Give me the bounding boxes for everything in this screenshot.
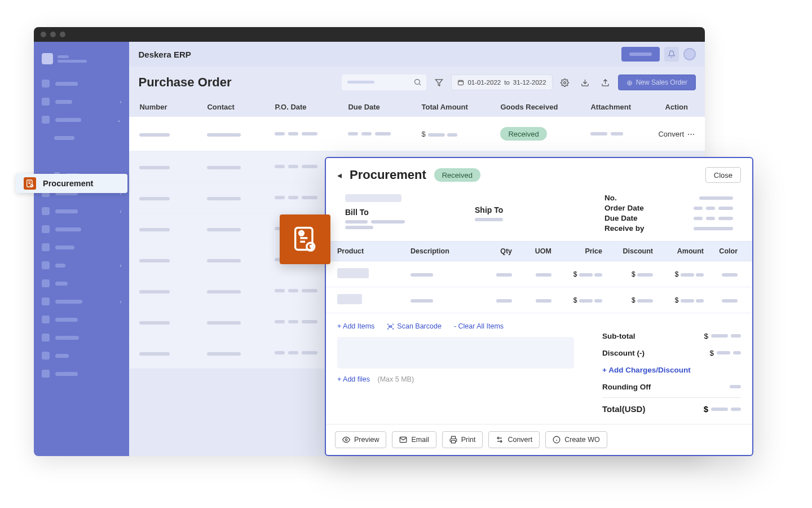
- eye-icon: [342, 436, 350, 444]
- avatar[interactable]: [683, 48, 696, 60]
- search-icon: [413, 78, 422, 86]
- col-number: Number: [139, 103, 207, 111]
- email-button[interactable]: Email: [392, 431, 436, 448]
- chevron-right-icon: ›: [120, 99, 121, 105]
- table-row[interactable]: $ Received Convert⋯: [129, 117, 705, 151]
- titlebar: [34, 27, 705, 42]
- sidebar-item[interactable]: ›: [34, 292, 129, 310]
- svg-point-8: [345, 439, 347, 441]
- app-title: Deskera ERP: [138, 50, 191, 59]
- add-files-link[interactable]: + Add files: [337, 375, 370, 383]
- notes-textarea[interactable]: [337, 337, 574, 369]
- date-to: 31-12-2022: [513, 79, 546, 86]
- chevron-down-icon: ⌄: [117, 117, 121, 123]
- col-goods: Goods Received: [500, 103, 590, 111]
- sidebar-item[interactable]: [34, 329, 129, 347]
- svg-point-2: [564, 81, 566, 84]
- window-dot[interactable]: [50, 32, 56, 37]
- modal-table-header: Product Description Qty UOM Price Discou…: [326, 241, 752, 261]
- procurement-icon: [24, 177, 36, 190]
- date-from: 01-01-2022: [467, 79, 501, 86]
- modal-summary: Sub-total$ Discount (-)$ + Add Charges/D…: [602, 327, 741, 420]
- page-header: Purchase Order 01-01-2022 to: [129, 67, 705, 97]
- status-badge: Received: [500, 127, 546, 141]
- close-button[interactable]: Close: [705, 167, 741, 183]
- print-button[interactable]: Print: [442, 431, 483, 448]
- back-icon[interactable]: ◂: [337, 170, 342, 181]
- convert-button[interactable]: Convert: [488, 431, 540, 448]
- calendar-icon: [457, 79, 464, 86]
- convert-button[interactable]: Convert⋯: [658, 130, 695, 138]
- modal-title: Procurement: [350, 168, 426, 182]
- barcode-icon: [387, 323, 394, 330]
- svg-point-4: [30, 185, 33, 187]
- status-badge: Received: [434, 168, 480, 182]
- settings-icon[interactable]: [557, 75, 573, 90]
- add-charges-link[interactable]: + Add Charges/Discount: [602, 366, 691, 374]
- preview-button[interactable]: Preview: [335, 431, 386, 448]
- logo-icon: [42, 53, 53, 64]
- window-dot[interactable]: [41, 32, 46, 37]
- col-attach: Attachment: [590, 103, 658, 111]
- sidebar-item[interactable]: [34, 347, 129, 365]
- procurement-badge-icon: [280, 214, 330, 264]
- modal-line-item[interactable]: $ $ $: [326, 287, 752, 313]
- bill-to-label: Bill To: [345, 208, 452, 217]
- search-input[interactable]: [342, 75, 426, 90]
- sidebar-subitem[interactable]: [34, 129, 129, 147]
- sidebar-item[interactable]: [34, 365, 129, 383]
- scan-barcode-link[interactable]: Scan Barcode: [387, 322, 442, 330]
- window-dot[interactable]: [60, 32, 65, 37]
- sidebar-item[interactable]: ⌄: [34, 111, 129, 129]
- sidebar-item[interactable]: ›: [34, 202, 129, 220]
- notification-icon[interactable]: [664, 47, 679, 62]
- convert-icon: [496, 436, 504, 444]
- sidebar-item-procurement[interactable]: Procurement: [16, 174, 127, 193]
- table-header: Number Contact P.O. Date Due Date Total …: [129, 97, 705, 117]
- new-sales-order-button[interactable]: ⊕ New Sales Order: [618, 75, 696, 90]
- topbar: Deskera ERP: [129, 42, 705, 67]
- col-contact: Contact: [207, 103, 275, 111]
- modal-footer: Preview Email Print Convert Create WO: [326, 424, 752, 455]
- col-podate: P.O. Date: [275, 103, 348, 111]
- max-size-hint: (Max 5 MB): [378, 375, 414, 383]
- col-total: Total Amount: [421, 103, 500, 111]
- procurement-modal: ◂ Procurement Received Close Bill To Shi…: [325, 157, 753, 456]
- topbar-primary-button[interactable]: [621, 47, 660, 62]
- svg-rect-10: [451, 440, 455, 443]
- filter-icon[interactable]: [431, 75, 447, 90]
- sidebar-item[interactable]: [34, 220, 129, 238]
- mail-icon: [399, 436, 407, 444]
- clear-items-link[interactable]: - Clear All Items: [454, 322, 504, 330]
- modal-line-item[interactable]: $ $ $: [326, 261, 752, 287]
- printer-icon: [449, 436, 457, 444]
- download-icon[interactable]: [577, 75, 593, 90]
- add-items-link[interactable]: + Add Items: [337, 322, 374, 330]
- col-duedate: Due Date: [348, 103, 421, 111]
- date-range-picker[interactable]: 01-01-2022 to 31-12-2022: [451, 75, 552, 90]
- col-action: Action: [658, 103, 695, 111]
- sidebar-item[interactable]: ›: [34, 93, 129, 111]
- page-title: Purchase Order: [138, 75, 231, 90]
- sidebar-item[interactable]: [34, 238, 129, 256]
- sidebar-logo[interactable]: [34, 47, 129, 75]
- svg-point-0: [415, 80, 420, 85]
- sidebar: › ⌄ › › › ›: [34, 42, 129, 456]
- sidebar-item[interactable]: ›: [34, 256, 129, 274]
- info-icon: [553, 436, 561, 444]
- sidebar-item[interactable]: [34, 75, 129, 93]
- sidebar-item[interactable]: [34, 274, 129, 292]
- svg-rect-1: [458, 81, 464, 85]
- sidebar-item[interactable]: [34, 310, 129, 329]
- export-icon[interactable]: [598, 75, 614, 90]
- ship-to-label: Ship To: [475, 205, 582, 214]
- create-wo-button[interactable]: Create WO: [545, 431, 607, 448]
